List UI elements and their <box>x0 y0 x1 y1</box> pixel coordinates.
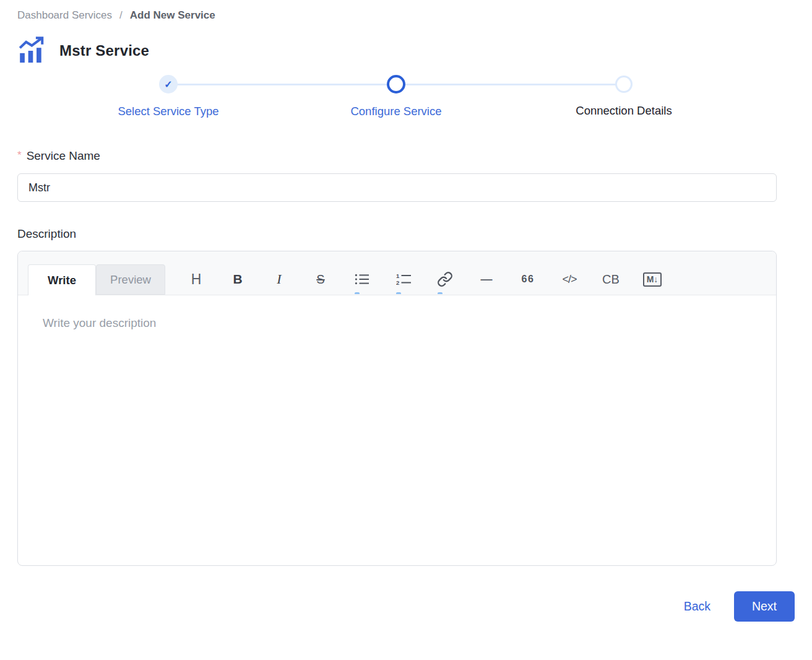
wizard-stepper: ✓ Select Service Type Configure Service … <box>54 75 738 118</box>
page-title: Mstr Service <box>59 42 149 59</box>
service-name-label-row: *Service Name <box>17 149 795 163</box>
step-label: Configure Service <box>350 105 441 118</box>
step-upcoming-circle <box>615 76 633 93</box>
breadcrumb: Dashboard Services / Add New Service <box>17 9 795 22</box>
breadcrumb-separator: / <box>119 9 123 22</box>
strikethrough-button[interactable]: S <box>308 264 334 295</box>
step-active-circle[interactable] <box>387 75 405 93</box>
description-placeholder: Write your description <box>43 316 156 329</box>
next-button[interactable]: Next <box>734 591 795 622</box>
heading-button[interactable]: H <box>183 264 209 295</box>
description-markdown-editor: Write Preview H B I S <box>17 251 777 566</box>
step-connection-details: Connection Details <box>510 75 738 118</box>
link-button[interactable] <box>432 264 458 295</box>
tab-preview[interactable]: Preview <box>96 264 165 295</box>
bold-icon: B <box>233 272 242 287</box>
unordered-list-button[interactable] <box>349 264 375 295</box>
tab-write[interactable]: Write <box>28 264 96 295</box>
svg-text:1: 1 <box>396 272 400 279</box>
italic-icon: I <box>277 271 281 287</box>
editor-toolbar: Write Preview H B I S <box>18 251 776 295</box>
add-new-service-page: Dashboard Services / Add New Service Mst… <box>0 0 812 622</box>
description-label: Description <box>17 227 795 241</box>
link-icon <box>437 271 453 287</box>
step-completed-circle[interactable]: ✓ <box>159 75 178 93</box>
page-header: Mstr Service <box>17 37 795 65</box>
strikethrough-icon: S <box>316 272 324 287</box>
code-block-button[interactable]: CB <box>598 264 624 295</box>
description-textarea[interactable]: Write your description <box>18 295 776 567</box>
code-block-icon: CB <box>602 272 620 287</box>
bold-button[interactable]: B <box>225 264 251 295</box>
service-name-label: Service Name <box>27 149 100 162</box>
required-asterisk: * <box>17 149 22 161</box>
inline-code-button[interactable]: </> <box>556 264 582 295</box>
italic-button[interactable]: I <box>266 264 292 295</box>
breadcrumb-dashboard-services[interactable]: Dashboard Services <box>17 9 112 22</box>
footer-actions: Back Next <box>17 591 795 622</box>
horizontal-rule-button[interactable]: — <box>473 264 499 295</box>
back-button[interactable]: Back <box>684 599 710 614</box>
breadcrumb-add-new-service: Add New Service <box>130 9 215 22</box>
editor-tabs: Write Preview <box>28 264 165 295</box>
service-name-input[interactable] <box>17 173 777 202</box>
step-configure-service[interactable]: Configure Service <box>282 75 510 118</box>
step-label: Select Service Type <box>118 105 218 118</box>
formatting-tools: H B I S <box>183 264 665 295</box>
step-label: Connection Details <box>576 104 672 118</box>
step-select-service-type[interactable]: ✓ Select Service Type <box>54 75 282 118</box>
check-icon: ✓ <box>164 79 172 90</box>
markdown-button[interactable]: M↓ <box>639 264 665 295</box>
inline-code-icon: </> <box>562 273 576 286</box>
heading-icon: H <box>191 271 202 288</box>
markdown-icon: M↓ <box>643 272 662 287</box>
ordered-list-icon: 1 2 <box>396 272 412 286</box>
quote-icon: 66 <box>522 274 535 285</box>
bar-chart-trend-icon <box>17 37 46 65</box>
horizontal-rule-icon: — <box>481 272 493 286</box>
quote-button[interactable]: 66 <box>515 264 541 295</box>
unordered-list-icon <box>355 273 369 285</box>
svg-text:2: 2 <box>396 279 399 286</box>
ordered-list-button[interactable]: 1 2 <box>391 264 417 295</box>
